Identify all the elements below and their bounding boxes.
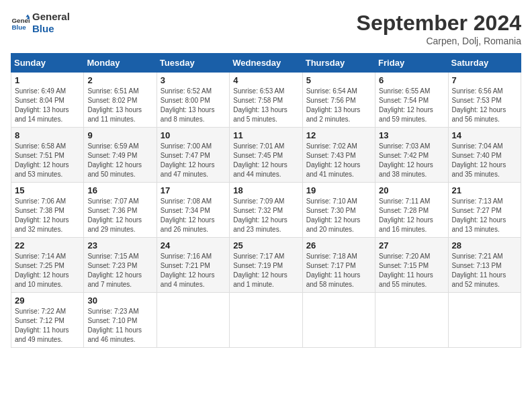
table-row: 22Sunrise: 7:14 AMSunset: 7:25 PMDayligh… — [11, 238, 84, 293]
page-header: General Blue General Blue September 2024… — [11, 11, 521, 46]
table-row: 25Sunrise: 7:17 AMSunset: 7:19 PMDayligh… — [230, 238, 302, 293]
table-row: 18Sunrise: 7:09 AMSunset: 7:32 PMDayligh… — [230, 183, 302, 238]
title-area: September 2024 Carpen, Dolj, Romania — [357, 11, 521, 46]
col-saturday: Saturday — [448, 54, 521, 73]
col-thursday: Thursday — [302, 54, 375, 73]
calendar-week-4: 29Sunrise: 7:22 AMSunset: 7:12 PMDayligh… — [11, 293, 521, 348]
table-row: 9Sunrise: 6:59 AMSunset: 7:49 PMDaylight… — [84, 128, 157, 183]
calendar-table: Sunday Monday Tuesday Wednesday Thursday… — [11, 53, 521, 348]
table-row: 10Sunrise: 7:00 AMSunset: 7:47 PMDayligh… — [157, 128, 229, 183]
table-row: 23Sunrise: 7:15 AMSunset: 7:23 PMDayligh… — [84, 238, 157, 293]
col-wednesday: Wednesday — [230, 54, 302, 73]
calendar-week-0: 1Sunrise: 6:49 AMSunset: 8:04 PMDaylight… — [11, 73, 521, 128]
table-row: 14Sunrise: 7:04 AMSunset: 7:40 PMDayligh… — [448, 128, 521, 183]
col-friday: Friday — [375, 54, 448, 73]
calendar-week-3: 22Sunrise: 7:14 AMSunset: 7:25 PMDayligh… — [11, 238, 521, 293]
col-tuesday: Tuesday — [157, 54, 229, 73]
table-row — [157, 293, 229, 348]
table-row: 3Sunrise: 6:52 AMSunset: 8:00 PMDaylight… — [157, 73, 229, 128]
table-row: 6Sunrise: 6:55 AMSunset: 7:54 PMDaylight… — [375, 73, 448, 128]
table-row: 8Sunrise: 6:58 AMSunset: 7:51 PMDaylight… — [11, 128, 84, 183]
table-row: 28Sunrise: 7:21 AMSunset: 7:13 PMDayligh… — [448, 238, 521, 293]
col-monday: Monday — [84, 54, 157, 73]
table-row: 21Sunrise: 7:13 AMSunset: 7:27 PMDayligh… — [448, 183, 521, 238]
table-row: 20Sunrise: 7:11 AMSunset: 7:28 PMDayligh… — [375, 183, 448, 238]
logo-icon: General Blue — [11, 13, 30, 32]
col-sunday: Sunday — [11, 54, 84, 73]
location: Carpen, Dolj, Romania — [357, 36, 521, 46]
table-row: 30Sunrise: 7:23 AMSunset: 7:10 PMDayligh… — [84, 293, 157, 348]
month-title: September 2024 — [357, 11, 521, 36]
logo: General Blue General Blue — [11, 11, 70, 35]
table-row: 16Sunrise: 7:07 AMSunset: 7:36 PMDayligh… — [84, 183, 157, 238]
table-row — [230, 293, 302, 348]
table-row — [302, 293, 375, 348]
table-row: 13Sunrise: 7:03 AMSunset: 7:42 PMDayligh… — [375, 128, 448, 183]
logo-blue: Blue — [32, 23, 70, 35]
calendar-week-1: 8Sunrise: 6:58 AMSunset: 7:51 PMDaylight… — [11, 128, 521, 183]
calendar-header-row: Sunday Monday Tuesday Wednesday Thursday… — [11, 54, 521, 73]
calendar-week-2: 15Sunrise: 7:06 AMSunset: 7:38 PMDayligh… — [11, 183, 521, 238]
table-row: 29Sunrise: 7:22 AMSunset: 7:12 PMDayligh… — [11, 293, 84, 348]
table-row: 11Sunrise: 7:01 AMSunset: 7:45 PMDayligh… — [230, 128, 302, 183]
table-row: 1Sunrise: 6:49 AMSunset: 8:04 PMDaylight… — [11, 73, 84, 128]
table-row: 19Sunrise: 7:10 AMSunset: 7:30 PMDayligh… — [302, 183, 375, 238]
table-row — [448, 293, 521, 348]
table-row: 27Sunrise: 7:20 AMSunset: 7:15 PMDayligh… — [375, 238, 448, 293]
logo-general: General — [32, 11, 70, 23]
table-row: 15Sunrise: 7:06 AMSunset: 7:38 PMDayligh… — [11, 183, 84, 238]
table-row: 4Sunrise: 6:53 AMSunset: 7:58 PMDaylight… — [230, 73, 302, 128]
table-row: 12Sunrise: 7:02 AMSunset: 7:43 PMDayligh… — [302, 128, 375, 183]
table-row: 24Sunrise: 7:16 AMSunset: 7:21 PMDayligh… — [157, 238, 229, 293]
svg-marker-2 — [26, 14, 30, 17]
table-row: 2Sunrise: 6:51 AMSunset: 8:02 PMDaylight… — [84, 73, 157, 128]
svg-text:Blue: Blue — [11, 24, 26, 31]
table-row: 7Sunrise: 6:56 AMSunset: 7:53 PMDaylight… — [448, 73, 521, 128]
table-row — [375, 293, 448, 348]
table-row: 17Sunrise: 7:08 AMSunset: 7:34 PMDayligh… — [157, 183, 229, 238]
table-row: 26Sunrise: 7:18 AMSunset: 7:17 PMDayligh… — [302, 238, 375, 293]
table-row: 5Sunrise: 6:54 AMSunset: 7:56 PMDaylight… — [302, 73, 375, 128]
